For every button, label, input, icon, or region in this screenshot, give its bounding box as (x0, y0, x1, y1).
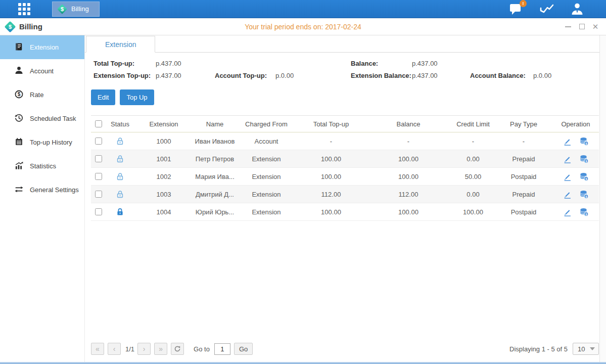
page-title: Billing (19, 22, 42, 31)
edit-button[interactable]: Edit (91, 89, 115, 105)
account-topup-value: p.0.00 (275, 72, 348, 79)
pagination-bar: « ‹ 1/1 › » Go to Go Display (91, 339, 599, 362)
sidebar-item-topup-history[interactable]: Top-up History (0, 130, 84, 154)
table-row: 1003 Дмитрий Д... Extension 112.00 112.0… (91, 186, 599, 203)
page-indicator: 1/1 (125, 345, 134, 353)
row-checkbox[interactable] (95, 173, 102, 180)
select-all-checkbox[interactable] (95, 120, 102, 127)
sidebar-item-label: Extension (30, 43, 59, 51)
sidebar-item-label: Top-up History (30, 139, 72, 146)
table-row: 1002 Мария Ива... Extension 100.00 100.0… (91, 168, 599, 186)
edit-row-icon[interactable] (563, 137, 572, 146)
table-row: 1001 Петр Петров Extension 100.00 100.00… (91, 150, 599, 168)
sidebar-item-general-settings[interactable]: General Settings (0, 178, 84, 202)
extension-balance-value: p.437.00 (412, 72, 468, 79)
page-size-dropdown[interactable]: 10 (573, 343, 599, 355)
row-checkbox[interactable] (95, 138, 102, 145)
sidebar-item-label: Scheduled Task (30, 115, 76, 122)
sidebar-item-extension[interactable]: Extension (0, 35, 84, 59)
top-up-row-icon[interactable]: $ (579, 137, 589, 146)
close-button[interactable]: ✕ (592, 23, 599, 30)
sidebar-item-rate[interactable]: $ Rate (0, 83, 84, 107)
general-settings-icon (15, 185, 23, 195)
reports-chart-icon[interactable] (539, 3, 554, 16)
billing-title-icon (5, 21, 16, 32)
lock-status-icon[interactable] (116, 137, 124, 146)
prev-page-button[interactable]: ‹ (108, 343, 121, 355)
sidebar-item-label: General Settings (30, 186, 79, 194)
extension-topup-label: Extension Top-up: (91, 72, 156, 79)
balance-value: p.437.00 (412, 60, 468, 67)
sidebar-item-label: Account (30, 67, 54, 75)
account-balance-label: Account Balance: (468, 72, 533, 79)
app-window: Billing ! (0, 0, 606, 364)
extension-icon (15, 42, 23, 53)
account-balance-value: p.0.00 (533, 72, 596, 79)
table-header: Status Extension Name Charged From Total… (91, 115, 599, 132)
extension-table: Status Extension Name Charged From Total… (91, 115, 599, 221)
first-page-button[interactable]: « (91, 343, 104, 355)
page-size-value: 10 (573, 345, 590, 353)
column-total-topup: Total Top-up (297, 120, 365, 128)
balance-summary: Total Top-up: p.437.00 Balance: p.437.00… (91, 60, 599, 79)
row-checkbox[interactable] (95, 155, 102, 162)
sidebar-item-statistics[interactable]: Statistics (0, 154, 84, 178)
topup-history-icon (15, 138, 23, 148)
edit-row-icon[interactable] (563, 190, 572, 199)
column-operation: Operation (552, 120, 599, 128)
top-up-button[interactable]: Top Up (120, 89, 154, 105)
row-checkbox[interactable] (95, 208, 102, 215)
notification-badge: ! (520, 0, 527, 7)
scheduled-task-icon (15, 114, 23, 124)
extension-balance-label: Extension Balance: (348, 72, 412, 79)
top-up-row-icon[interactable]: $ (579, 190, 589, 199)
window-bottom-border (0, 362, 606, 364)
trial-notice: Your trial period ends on: 2017-02-24 (245, 23, 361, 31)
scrollbar-gutter[interactable] (599, 35, 606, 362)
lock-status-icon[interactable] (116, 172, 124, 181)
app-grid-icon[interactable] (18, 3, 30, 15)
column-credit-limit: Credit Limit (451, 120, 495, 128)
last-page-button[interactable]: » (154, 343, 167, 355)
user-account-icon[interactable] (571, 3, 584, 16)
next-page-button[interactable]: › (137, 343, 151, 355)
column-balance: Balance (365, 120, 451, 128)
lock-status-icon[interactable] (116, 208, 124, 216)
total-topup-label: Total Top-up: (91, 60, 156, 67)
lock-status-icon[interactable] (116, 155, 124, 163)
sidebar-item-label: Statistics (30, 162, 56, 170)
top-up-row-icon[interactable]: $ (579, 155, 589, 163)
maximize-button[interactable] (578, 23, 585, 30)
edit-row-icon[interactable] (563, 172, 572, 181)
table-body: 1000 Иван Иванов Account - - - - (91, 132, 599, 221)
refresh-button[interactable] (171, 343, 184, 355)
top-up-row-icon[interactable]: $ (579, 172, 589, 181)
billing-app-icon (57, 4, 67, 14)
taskbar-tab-billing[interactable]: Billing (52, 2, 100, 17)
displaying-text: Displaying 1 - 5 of 5 (509, 345, 568, 353)
column-pay-type: Pay Type (495, 120, 552, 128)
system-topbar: Billing ! (0, 0, 606, 18)
messages-icon[interactable]: ! (509, 3, 523, 15)
table-row: 1004 Юрий Юрь... Extension 100.00 100.00… (91, 203, 599, 221)
minimize-button[interactable] (565, 23, 572, 30)
row-checkbox[interactable] (95, 191, 102, 198)
taskbar-tab-label: Billing (71, 5, 89, 13)
svg-text:$: $ (18, 92, 21, 97)
edit-row-icon[interactable] (563, 155, 572, 163)
sidebar-item-account[interactable]: Account (0, 59, 84, 83)
table-row: 1000 Иван Иванов Account - - - - (91, 132, 599, 150)
account-icon (15, 66, 23, 76)
tab-strip: Extension (85, 35, 606, 53)
column-extension: Extension (134, 120, 194, 128)
column-name: Name (194, 120, 236, 128)
column-charged-from: Charged From (236, 120, 297, 128)
lock-status-icon[interactable] (116, 190, 124, 199)
goto-page-input[interactable] (214, 343, 230, 355)
go-button[interactable]: Go (234, 343, 253, 355)
total-topup-value: p.437.00 (156, 60, 212, 67)
tab-extension[interactable]: Extension (86, 36, 155, 53)
top-up-row-icon[interactable]: $ (579, 208, 589, 216)
sidebar-item-scheduled-task[interactable]: Scheduled Task (0, 107, 84, 130)
edit-row-icon[interactable] (563, 208, 572, 216)
